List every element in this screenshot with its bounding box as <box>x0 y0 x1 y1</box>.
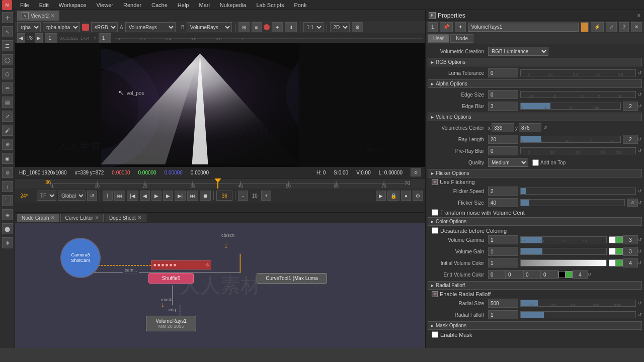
vol-gamma-input[interactable] <box>488 235 518 244</box>
edge-size-reset[interactable]: ↺ <box>638 92 642 97</box>
y-input[interactable] <box>99 33 111 43</box>
channel-select[interactable]: rgba <box>17 22 41 32</box>
center-y-input[interactable] <box>519 123 541 132</box>
node-curve-tool[interactable]: CurveTool1 (Max Luma <box>257 273 327 284</box>
section-alpha-options[interactable]: ▸ Alpha Options <box>428 79 642 88</box>
vol-gamma-num[interactable] <box>623 235 638 244</box>
frame-prev-btn[interactable]: ◀ <box>17 33 25 43</box>
mode-select[interactable]: 2D <box>330 22 350 32</box>
sidebar-icon-hand[interactable]: ☰ <box>2 40 13 51</box>
tl-plus10-btn[interactable]: + <box>261 191 271 201</box>
flicker-speed-slider[interactable] <box>520 188 636 195</box>
sidebar-icon-move[interactable]: ✛ <box>2 12 13 23</box>
node-red-strip[interactable]: ■ ■ ■ ■ ■ ■ 6 <box>151 260 211 269</box>
tl-rec-btn[interactable]: ● <box>401 191 411 201</box>
tl-stop-btn[interactable]: ⏹ <box>200 191 211 201</box>
rp-close-icon[interactable]: ✕ <box>637 13 641 18</box>
frame-next-btn[interactable]: ▶ <box>35 33 43 43</box>
flicker-size-input[interactable] <box>488 198 518 207</box>
node-wand-btn[interactable]: ✦ <box>455 22 466 32</box>
luma-tolerance-reset[interactable]: ↺ <box>638 70 642 75</box>
viewer-settings-btn[interactable]: ⚙ <box>352 22 363 32</box>
vol-gain-swatch-white[interactable] <box>609 248 616 255</box>
tl-minus10-btn[interactable]: - <box>238 191 248 201</box>
ray-length-slider[interactable]: 0 10 40 60 100 <box>520 136 621 143</box>
radial-size-reset[interactable]: ↺ <box>638 301 642 306</box>
flicker-size-animate-btn[interactable]: ⏱ <box>627 199 638 207</box>
vol-gain-swatch-green[interactable] <box>616 248 623 255</box>
menu-lab-scripts[interactable]: Lab Scripts <box>252 1 288 9</box>
section-rgb-options[interactable]: ▸ RGB Options <box>428 58 642 66</box>
tl-scope-select[interactable]: Global <box>58 191 86 201</box>
pre-ray-blur-reset[interactable]: ↺ <box>638 148 642 153</box>
ray-length-reset[interactable]: ↺ <box>638 137 642 142</box>
edge-blur-num[interactable] <box>623 102 638 111</box>
edge-blur-slider[interactable]: 0 10 70 100 <box>520 103 621 110</box>
tl-next-frame-btn[interactable]: ▶ <box>163 191 173 201</box>
tab-curve-editor-close[interactable]: ✕ <box>95 215 99 220</box>
transform-noise-checkbox[interactable] <box>432 209 438 216</box>
end-vol-r-input[interactable] <box>488 270 506 279</box>
end-vol-reset[interactable]: ↺ <box>588 272 592 277</box>
init-vol-color-slider[interactable] <box>520 259 607 266</box>
center-reset[interactable]: ↺ <box>543 125 547 130</box>
tl-lock-btn[interactable]: 🔒 <box>387 191 399 201</box>
section-volume-options[interactable]: ▸ Volume Options <box>428 113 642 121</box>
vol-gamma-swatch-white[interactable] <box>609 236 616 243</box>
pre-ray-blur-slider[interactable]: 0 20 60 80 100 <box>520 147 636 154</box>
menu-workspace[interactable]: Workspace <box>55 1 91 9</box>
tl-last-btn[interactable]: ⏭ <box>187 191 198 201</box>
end-vol-b-input[interactable] <box>523 270 541 279</box>
viewer-canvas[interactable]: 人人素材 人人素材 人人素材 ↖ vol_pos <box>15 43 425 167</box>
alpha-select[interactable]: rgba.alpha <box>43 22 80 32</box>
ray-length-input[interactable] <box>488 135 518 144</box>
sidebar-icon-shape[interactable]: ⬡ <box>2 68 13 79</box>
enable-mask-checkbox[interactable] <box>432 331 438 338</box>
luma-tolerance-input[interactable] <box>488 68 518 77</box>
tl-refresh-btn[interactable]: ↺ <box>87 191 97 201</box>
vol-gamma-slider[interactable]: 0.2 0.4 0.6 0.8 <box>520 236 607 243</box>
tab-dope-sheet[interactable]: Dope Sheet ✕ <box>105 214 146 222</box>
edge-blur-input[interactable] <box>488 102 518 111</box>
tl-prev-key-btn[interactable]: |◀ <box>127 191 138 201</box>
sidebar-icon-color[interactable]: ◉ <box>2 153 13 164</box>
tab-node-graph[interactable]: Node Graph ✕ <box>17 214 59 222</box>
input-b-select[interactable]: VolumeRays <box>187 22 232 32</box>
section-color-options[interactable]: ▸ Color Options <box>428 217 642 226</box>
radial-falloff-val-input[interactable] <box>488 310 518 319</box>
tab-node-graph-close[interactable]: ✕ <box>51 215 55 220</box>
add-on-top-checkbox[interactable] <box>532 159 539 166</box>
enable-radial-checkbox[interactable]: ✕ <box>432 291 438 297</box>
menu-cache[interactable]: Cache <box>147 1 172 9</box>
tl-first-btn[interactable]: ⏮ <box>114 191 125 201</box>
sidebar-icon-circle[interactable]: ◯ <box>2 54 13 65</box>
menu-ponk[interactable]: Ponk <box>290 1 310 9</box>
end-vol-swatch-green[interactable] <box>566 271 573 278</box>
flicker-speed-reset[interactable]: ↺ <box>638 189 642 194</box>
node-volume-rays[interactable]: VolumeRays1 Mar 20 2005 <box>146 316 196 331</box>
init-vol-reset[interactable]: ↺ <box>638 260 642 265</box>
radial-falloff-val-slider[interactable] <box>520 311 636 318</box>
viewer-fit-btn[interactable]: ⊞ <box>238 22 250 32</box>
input-a-select[interactable]: VolumeRays <box>125 22 176 32</box>
zoom-select[interactable]: 1:1 <box>303 22 324 32</box>
edge-size-slider[interactable]: -10 -5 0 5 10 <box>520 91 636 98</box>
tl-next-key-btn[interactable]: ▶| <box>175 191 186 201</box>
init-vol-num[interactable] <box>623 258 638 267</box>
menu-render[interactable]: Render <box>119 1 145 9</box>
sidebar-icon-edit[interactable]: ✏ <box>2 82 13 94</box>
tab-node[interactable]: Node <box>450 34 473 43</box>
viewer-close-icon[interactable]: ✕ <box>51 13 55 18</box>
use-flickering-checkbox[interactable]: ✕ <box>432 179 438 185</box>
props-content[interactable]: Volumetric Creation RGB Luminance ▸ RGB … <box>426 44 644 348</box>
sidebar-icon-stamp[interactable]: ⊕ <box>2 139 13 150</box>
flicker-size-slider[interactable] <box>520 199 625 206</box>
node-camera[interactable]: Camera8ShotCam <box>60 238 101 278</box>
node-snap-btn[interactable]: ⚡ <box>591 22 604 32</box>
status-settings-btn[interactable]: ⚙ <box>411 168 421 176</box>
viewer-star-btn[interactable]: ✦ <box>272 22 283 32</box>
sidebar-icon-transform[interactable]: ⤢ <box>2 111 13 122</box>
sidebar-icon-arrow[interactable]: ↕ <box>2 181 13 192</box>
vol-gamma-reset[interactable]: ↺ <box>638 237 642 242</box>
tab-curve-editor[interactable]: Curve Editor ✕ <box>60 214 104 222</box>
